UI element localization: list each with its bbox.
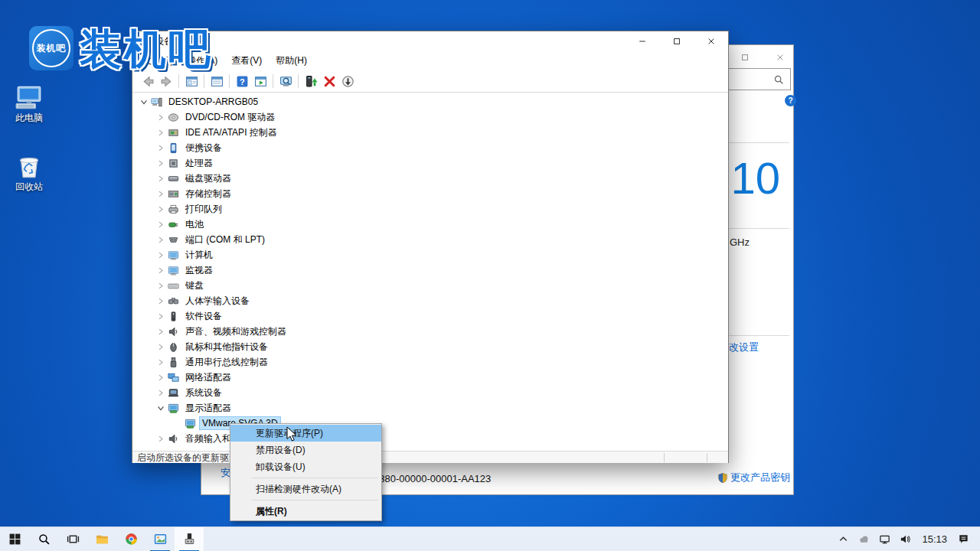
context-menu-item[interactable]: 卸载设备(U) (230, 458, 381, 475)
tree-item[interactable]: 计算机 (132, 247, 728, 262)
toolbar-separator (273, 74, 273, 88)
tree-item[interactable]: DESKTOP-ARRGB05 (132, 94, 728, 109)
tray-onedrive-button[interactable] (854, 527, 874, 551)
chevron-right-icon[interactable] (155, 389, 166, 397)
tree-item[interactable]: IDE ATA/ATAPI 控制器 (132, 125, 728, 140)
chevron-right-icon[interactable] (155, 373, 166, 382)
taskbar-clock[interactable]: 15:13 (916, 533, 953, 545)
taskbar-display-app-button[interactable] (145, 527, 175, 551)
taskbar-search-button[interactable] (29, 527, 58, 551)
chevron-right-icon[interactable] (155, 113, 166, 122)
tree-item[interactable]: 磁盘驱动器 (132, 171, 728, 186)
this-pc-icon (15, 86, 44, 110)
help-icon[interactable] (784, 94, 797, 107)
chevron-right-icon[interactable] (155, 328, 166, 336)
tree-item[interactable]: 打印队列 (132, 201, 728, 217)
tree-item[interactable]: 显示适配器 (132, 400, 728, 416)
tree-item-label: DVD/CD-ROM 驱动器 (183, 110, 277, 125)
close-icon (776, 53, 785, 62)
tree-item-label: 键盘 (183, 279, 206, 293)
chevron-right-icon[interactable] (155, 144, 166, 152)
tree-item[interactable]: 监视器 (132, 262, 728, 278)
context-menu-item[interactable]: 扫描检测硬件改动(A) (230, 481, 381, 497)
taskbar-file-explorer-button[interactable] (87, 527, 116, 551)
software-device-icon (168, 311, 179, 322)
maximize-icon (740, 53, 750, 62)
tree-item[interactable]: 网络适配器 (132, 370, 728, 385)
chevron-right-icon[interactable] (155, 174, 166, 183)
desktop-icon-label: 回收站 (6, 181, 52, 194)
close-button[interactable] (694, 31, 728, 51)
desktop-icon-recycle-bin[interactable]: 回收站 (6, 155, 52, 194)
chevron-down-icon[interactable] (157, 403, 165, 413)
chevron-right-icon[interactable] (155, 205, 166, 214)
toolbar-separator (229, 74, 230, 88)
device-tree: DESKTOP-ARRGB05DVD/CD-ROM 驱动器IDE ATA/ATA… (132, 93, 728, 451)
chevron-right-icon[interactable] (155, 129, 166, 137)
chevron-right-icon[interactable] (155, 251, 166, 259)
tree-item[interactable]: 键盘 (132, 278, 728, 293)
chevron-right-icon[interactable] (155, 220, 166, 229)
menu-view[interactable]: 查看(V) (224, 51, 269, 70)
minimize-button[interactable] (625, 31, 659, 51)
tree-item[interactable]: 人体学输入设备 (132, 293, 728, 308)
taskbar-start-button[interactable] (0, 527, 29, 551)
chevron-right-icon[interactable] (155, 343, 166, 351)
ide-controller-icon (168, 127, 179, 139)
chevron-right-icon[interactable] (155, 282, 166, 290)
dvd-drive-icon (168, 112, 179, 123)
tree-item[interactable]: 通用串行总线控制器 (132, 354, 728, 370)
desktop-icon-this-pc[interactable]: 此电脑 (6, 86, 52, 125)
tree-item-label: 声音、视频和游戏控制器 (183, 324, 289, 339)
tree-item[interactable]: 音频输入和输出 (132, 431, 728, 446)
context-menu-item[interactable]: 禁用设备(D) (230, 442, 381, 458)
tree-item[interactable]: 存储控制器 (132, 186, 728, 201)
tray-volume-button[interactable] (895, 527, 916, 551)
tray-network-button[interactable] (874, 527, 895, 551)
taskbar-device-manager-button[interactable] (175, 527, 204, 551)
chevron-right-icon[interactable] (155, 236, 166, 244)
chevron-right-icon[interactable] (155, 358, 166, 367)
chevron-right-icon[interactable] (155, 159, 166, 168)
tree-item[interactable]: 声音、视频和游戏控制器 (132, 324, 728, 339)
chevron-right-icon[interactable] (155, 266, 166, 275)
uninstall-device-button[interactable] (320, 72, 338, 90)
storage-controller-icon (168, 188, 179, 200)
tray-tray-expand-button[interactable] (833, 527, 854, 551)
chevron-right-icon[interactable] (155, 297, 166, 305)
tree-item[interactable]: 端口 (COM 和 LPT) (132, 232, 728, 247)
change-product-key-link[interactable]: 更改产品密钥 (717, 471, 790, 484)
speaker-icon (168, 326, 179, 337)
chevron-right-icon[interactable] (155, 435, 166, 443)
tree-item[interactable]: 系统设备 (132, 385, 728, 400)
menu-help[interactable]: 帮助(H) (269, 51, 314, 70)
chevron-right-icon[interactable] (155, 312, 166, 321)
desktop-icon-label: 此电脑 (6, 112, 52, 125)
chevron-down-icon[interactable] (140, 96, 149, 107)
disk-drive-icon (168, 173, 179, 184)
tree-item[interactable]: 处理器 (132, 155, 728, 171)
minimize-icon (638, 37, 647, 46)
chevron-right-icon[interactable] (155, 190, 166, 198)
update-driver-button[interactable] (302, 72, 320, 90)
title-bar[interactable]: 设备管理器 (132, 31, 728, 51)
context-menu-item[interactable]: 更新驱动程序(P) (230, 425, 381, 442)
tree-item[interactable]: 鼠标和其他指针设备 (132, 339, 728, 354)
maximize-button[interactable] (659, 31, 694, 51)
maximize-button[interactable] (733, 48, 756, 67)
tree-item[interactable]: DVD/CD-ROM 驱动器 (132, 109, 728, 125)
disable-device-button[interactable] (338, 72, 357, 90)
taskbar-chrome-button[interactable] (116, 527, 145, 551)
tree-item[interactable]: 软件设备 (132, 308, 728, 324)
action-pane-button[interactable] (251, 72, 270, 90)
help-button[interactable] (233, 72, 251, 90)
tray-action-center-button[interactable] (953, 527, 974, 551)
scan-hardware-button[interactable] (276, 72, 295, 90)
tree-item-label: 存储控制器 (183, 187, 234, 201)
close-button[interactable] (769, 48, 792, 67)
tree-item[interactable]: 便携设备 (132, 140, 728, 155)
taskbar-task-view-button[interactable] (58, 527, 87, 551)
context-menu-item[interactable]: 属性(R) (230, 503, 381, 520)
tree-item[interactable]: 电池 (132, 217, 728, 232)
tree-item[interactable]: VMware SVGA 3D (132, 416, 728, 431)
